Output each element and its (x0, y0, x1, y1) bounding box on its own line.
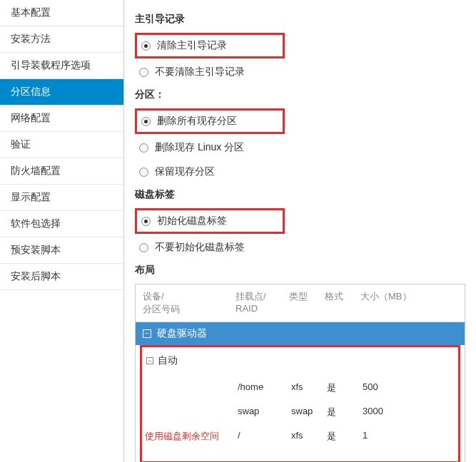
cell-device (145, 381, 238, 394)
table-header: 设备/ 分区号码 挂载点/ RAID 类型 格式 大小（MB） (136, 284, 465, 322)
cell-device-remaining: 使用磁盘剩余空间 (145, 430, 238, 443)
radio-label: 保留现存分区 (155, 165, 215, 178)
partition-title: 分区： (135, 88, 465, 101)
collapse-icon: − (143, 329, 151, 338)
partition-option-keep[interactable]: 保留现存分区 (135, 161, 465, 183)
table-row[interactable]: 使用磁盘剩余空间 / xfs 是 1 (145, 424, 455, 448)
table-row[interactable]: /home xfs 是 500 (145, 376, 455, 400)
cell-mount: /home (238, 381, 291, 394)
radio-label: 初始化磁盘标签 (157, 215, 227, 227)
mbr-title: 主引导记录 (135, 13, 465, 26)
sidebar: 基本配置 安装方法 引导装载程序选项 分区信息 网络配置 验证 防火墙配置 显示… (0, 0, 124, 462)
table-row[interactable]: swap swap 是 3000 (145, 400, 455, 424)
cell-mount: / (238, 430, 291, 443)
sidebar-item-bootloader[interactable]: 引导装载程序选项 (0, 53, 123, 79)
sidebar-item-basic[interactable]: 基本配置 (0, 0, 123, 26)
sidebar-item-install[interactable]: 安装方法 (0, 26, 123, 53)
cell-format: 是 (327, 430, 363, 443)
sidebar-item-postscript[interactable]: 安装后脚本 (0, 264, 123, 290)
cell-device (145, 406, 238, 419)
radio-icon (139, 68, 148, 77)
radio-icon (139, 243, 148, 252)
radio-icon (139, 168, 148, 177)
radio-icon (141, 41, 151, 51)
sidebar-item-firewall[interactable]: 防火墙配置 (0, 158, 123, 185)
header-format: 格式 (325, 290, 360, 316)
cell-size: 1 (363, 430, 434, 443)
mbr-option-clear[interactable]: 清除主引导记录 (135, 33, 285, 58)
radio-icon (141, 117, 151, 126)
radio-label: 不要清除主引导记录 (155, 66, 245, 78)
disklabel-option-noinit[interactable]: 不要初始化磁盘标签 (135, 237, 465, 258)
radio-label: 删除现存 Linux 分区 (155, 141, 244, 154)
sidebar-item-auth[interactable]: 验证 (0, 132, 123, 158)
hdd-bar[interactable]: − 硬盘驱动器 (136, 322, 465, 345)
mbr-option-noclear[interactable]: 不要清除主引导记录 (135, 61, 465, 83)
sidebar-item-network[interactable]: 网络配置 (0, 106, 123, 132)
partition-rows: − 自动 /home xfs 是 500 swap swap 是 3000 (140, 345, 460, 462)
partition-option-deleteall[interactable]: 删除所有现存分区 (135, 108, 285, 134)
cell-type: xfs (291, 430, 327, 443)
collapse-icon: − (146, 357, 153, 364)
sidebar-item-partition[interactable]: 分区信息 (0, 79, 123, 106)
sidebar-item-packages[interactable]: 软件包选择 (0, 211, 123, 237)
radio-icon (141, 217, 151, 226)
cell-size: 3000 (363, 406, 434, 419)
radio-icon (139, 143, 148, 153)
cell-size: 500 (363, 381, 434, 394)
cell-type: xfs (291, 381, 327, 394)
hdd-label: 硬盘驱动器 (157, 327, 207, 340)
cell-mount: swap (238, 406, 291, 419)
partition-option-deletelinux[interactable]: 删除现存 Linux 分区 (135, 137, 465, 158)
layout-title: 布局 (135, 264, 465, 277)
main-content: 主引导记录 清除主引导记录 不要清除主引导记录 分区： 删除所有现存分区 删除现… (124, 0, 476, 462)
cell-format: 是 (327, 406, 363, 419)
radio-label: 删除所有现存分区 (157, 115, 237, 128)
sidebar-item-prescript[interactable]: 预安装脚本 (0, 237, 123, 264)
layout-box: 设备/ 分区号码 挂载点/ RAID 类型 格式 大小（MB） − 硬盘驱动器 … (135, 284, 465, 462)
sidebar-item-display[interactable]: 显示配置 (0, 185, 123, 211)
cell-format: 是 (327, 381, 363, 394)
disklabel-title: 磁盘标签 (135, 188, 465, 201)
cell-type: swap (291, 406, 327, 419)
auto-row[interactable]: − 自动 (145, 351, 455, 376)
radio-label: 不要初始化磁盘标签 (155, 241, 245, 254)
header-device: 设备/ 分区号码 (143, 290, 236, 316)
disklabel-option-init[interactable]: 初始化磁盘标签 (135, 208, 285, 234)
header-size: 大小（MB） (360, 290, 432, 316)
radio-label: 清除主引导记录 (157, 39, 227, 52)
auto-label: 自动 (158, 354, 178, 367)
header-mount: 挂载点/ RAID (236, 290, 289, 316)
header-type: 类型 (289, 290, 325, 316)
